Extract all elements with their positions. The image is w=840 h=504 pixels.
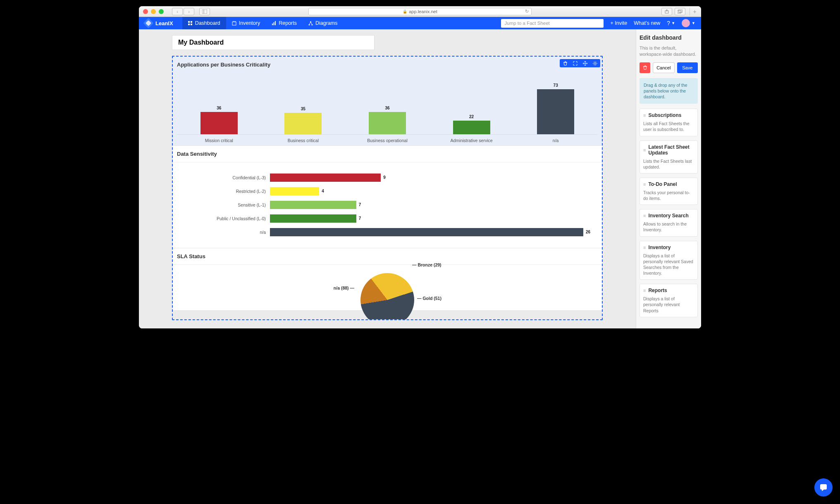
delete-button[interactable] — [640, 62, 650, 73]
hbar-rect — [270, 187, 319, 195]
share-button[interactable] — [661, 8, 672, 15]
brand-text: LeanIX — [155, 20, 173, 26]
card-title: ≡Subscriptions — [643, 112, 694, 118]
hbar-track: 26 — [270, 228, 590, 236]
hbar-row-3: Public / Unclassified (L-0)7 — [177, 212, 590, 225]
pie-label-bronze: — Bronze (29) — [412, 262, 441, 267]
svg-rect-6 — [191, 21, 192, 23]
widget-business-criticality[interactable]: Applications per Business Criticality 36… — [173, 57, 602, 146]
drag-icon: ≡ — [643, 213, 646, 218]
avatar — [682, 19, 690, 27]
widget-title: Data Sensitivity — [173, 146, 602, 162]
body: My Dashboard Applications per Business C… — [139, 29, 701, 328]
hbar-track: 7 — [270, 201, 590, 209]
panel-card-5[interactable]: ≡ReportsDisplays a list of personally re… — [640, 284, 698, 317]
dashboard-drop-area[interactable]: Applications per Business Criticality 36… — [172, 56, 603, 320]
sidebar-toggle-button[interactable] — [199, 8, 210, 15]
bar-1: 35 — [265, 107, 341, 135]
svg-rect-7 — [188, 24, 190, 25]
card-desc: Allows to search in the Inventory. — [643, 221, 694, 233]
tabs-button[interactable] — [675, 8, 685, 15]
widget-title: SLA Status — [173, 248, 602, 265]
back-button[interactable]: ‹ — [172, 8, 183, 15]
logo[interactable]: LeanIX — [145, 19, 173, 27]
traffic-lights — [143, 9, 164, 14]
drag-icon: ≡ — [643, 245, 646, 250]
inventory-icon — [232, 21, 236, 26]
hbar-track: 4 — [270, 187, 590, 195]
bar-0: 36 — [181, 106, 257, 134]
drag-icon: ≡ — [643, 113, 646, 118]
new-tab-button[interactable]: + — [690, 8, 697, 15]
svg-rect-3 — [678, 10, 681, 13]
nav-reports[interactable]: Reports — [266, 17, 303, 29]
hbar-label: Public / Unclassified (L-0) — [177, 216, 270, 221]
maximize-icon[interactable] — [159, 9, 164, 14]
card-title: ≡Latest Fact Sheet Updates — [643, 144, 694, 156]
bar-rect — [369, 112, 406, 134]
card-desc: Lists all Fact Sheets the user is subscr… — [643, 121, 694, 132]
expand-icon[interactable] — [572, 60, 578, 66]
widget-sla-status[interactable]: SLA Status n/a (88) — — Bronze (29) — Go… — [173, 248, 602, 311]
widget-title: Applications per Business Criticality — [173, 57, 602, 73]
bar-rect — [537, 89, 574, 135]
invite-button[interactable]: + Invite — [610, 20, 627, 26]
card-title: ≡Inventory Search — [643, 213, 694, 219]
svg-point-16 — [594, 62, 596, 64]
hbar-row-1: Restricted (L-2)4 — [177, 184, 590, 198]
hbar-value: 7 — [359, 202, 361, 207]
bar-4: 73 — [518, 83, 594, 135]
widget-data-sensitivity[interactable]: Data Sensitivity Confidential (L-3)9Rest… — [173, 146, 602, 248]
panel-card-4[interactable]: ≡InventoryDisplays a list of personally … — [640, 241, 698, 280]
nav-inventory[interactable]: Inventory — [226, 17, 266, 29]
nav-right: Jump to a Fact Sheet + Invite What's new… — [501, 19, 695, 28]
bar-label: Mission critical — [181, 138, 257, 143]
chevron-down-icon: ▼ — [671, 21, 675, 25]
user-menu[interactable]: ▼ — [682, 19, 695, 27]
url-bar[interactable]: 🔒 app.leanix.net ↻ — [308, 8, 532, 15]
reload-icon[interactable]: ↻ — [525, 9, 529, 14]
panel-card-1[interactable]: ≡Latest Fact Sheet UpdatesLists the Fact… — [640, 140, 698, 174]
reports-icon — [272, 21, 276, 26]
drag-hint: Drag & drop any of the panels below onto… — [640, 78, 698, 104]
gear-icon[interactable] — [592, 60, 598, 66]
nav-diagrams[interactable]: Diagrams — [303, 17, 344, 29]
nav-dashboard[interactable]: Dashboard — [182, 17, 226, 29]
hbar-rect — [270, 174, 381, 182]
bar-rect — [284, 113, 322, 135]
hbar-value: 9 — [383, 175, 386, 180]
panel-card-3[interactable]: ≡Inventory SearchAllows to search in the… — [640, 209, 698, 236]
close-icon[interactable] — [143, 9, 148, 14]
delete-icon[interactable] — [562, 60, 568, 66]
help-menu[interactable]: ? ▼ — [667, 20, 675, 26]
hbar-track: 7 — [270, 214, 590, 223]
card-desc: Tracks your personal to-do items. — [643, 190, 694, 201]
panel-card-2[interactable]: ≡To-Do PanelTracks your personal to-do i… — [640, 178, 698, 205]
save-button[interactable]: Save — [677, 62, 698, 73]
hbar-track: 9 — [270, 174, 590, 182]
move-icon[interactable] — [582, 60, 588, 66]
drag-icon: ≡ — [643, 182, 646, 187]
card-desc: Displays a list of personally relevant R… — [643, 296, 694, 314]
nav-label: Diagrams — [315, 20, 338, 26]
svg-rect-8 — [191, 24, 192, 25]
bar-value: 36 — [217, 106, 221, 110]
card-title: ≡Reports — [643, 288, 694, 293]
dashboard-title-input[interactable]: My Dashboard — [172, 35, 375, 50]
nav-links: Dashboard Inventory Reports Diagrams — [182, 17, 344, 29]
minimize-icon[interactable] — [151, 9, 156, 14]
bar-rect — [453, 121, 490, 134]
factsheet-search[interactable]: Jump to a Fact Sheet — [501, 19, 604, 28]
svg-rect-12 — [275, 21, 276, 25]
svg-rect-10 — [272, 24, 273, 25]
panel-card-0[interactable]: ≡SubscriptionsLists all Fact Sheets the … — [640, 109, 698, 136]
edit-panel: Edit dashboard This is the default, work… — [636, 29, 701, 328]
whats-new-link[interactable]: What's new — [634, 20, 660, 26]
forward-button[interactable]: › — [184, 8, 194, 15]
hbar-label: n/a — [177, 230, 270, 235]
svg-rect-9 — [232, 22, 236, 25]
svg-rect-11 — [274, 22, 274, 25]
hbar-value: 26 — [586, 230, 590, 234]
bar-label: Business critical — [265, 138, 341, 143]
cancel-button[interactable]: Cancel — [653, 62, 675, 73]
